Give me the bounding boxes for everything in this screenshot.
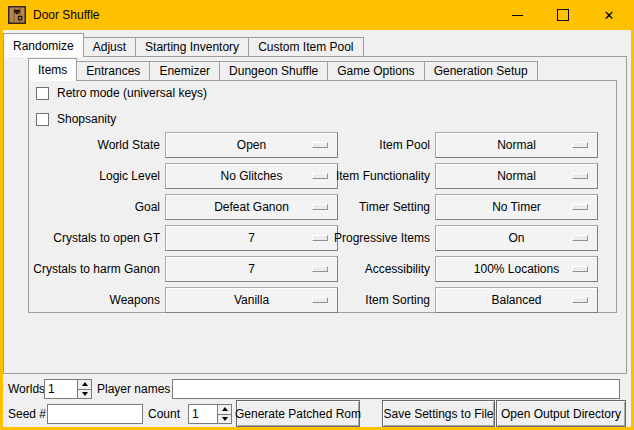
maximize-icon [557, 9, 569, 21]
menu-indicator-icon [572, 235, 588, 241]
count-spinner[interactable]: 1 [188, 404, 232, 424]
checkbox-unchecked-icon [36, 87, 49, 100]
shopsanity-checkbox[interactable]: Shopsanity [36, 112, 116, 126]
logic-level-label: Logic Level [10, 163, 160, 189]
app-icon [8, 6, 26, 24]
tab-randomize[interactable]: Randomize [3, 33, 84, 57]
menu-indicator-icon [572, 142, 588, 148]
spin-down-icon [82, 392, 88, 396]
window-controls: ✕ [494, 0, 632, 30]
tab-generation-setup[interactable]: Generation Setup [424, 61, 538, 80]
player-names-input[interactable] [172, 379, 620, 399]
menu-indicator-icon [572, 204, 588, 210]
close-icon: ✕ [604, 9, 615, 22]
open-output-directory-button[interactable]: Open Output Directory [496, 400, 626, 427]
count-value: 1 [189, 405, 217, 423]
tab-adjust[interactable]: Adjust [83, 37, 136, 56]
item-sorting-label: Item Sorting [300, 287, 430, 313]
tab-custom-item-pool[interactable]: Custom Item Pool [248, 37, 363, 56]
app-window: Door Shuffle ✕ Randomize Adjust Starting… [0, 0, 634, 430]
spin-down-button[interactable] [218, 415, 231, 424]
spin-down-icon [222, 417, 228, 421]
tab-items[interactable]: Items [28, 58, 77, 81]
player-names-label: Player names [97, 379, 170, 399]
titlebar[interactable]: Door Shuffle ✕ [0, 0, 634, 30]
menu-indicator-icon [572, 266, 588, 272]
minimize-icon [512, 15, 523, 16]
worlds-label: Worlds [8, 379, 45, 399]
progressive-items-label: Progressive Items [300, 225, 430, 251]
shopsanity-label: Shopsanity [57, 112, 116, 126]
spin-up-icon [82, 382, 88, 386]
tab-enemizer[interactable]: Enemizer [149, 61, 220, 80]
minimize-button[interactable] [494, 0, 540, 30]
timer-setting-label: Timer Setting [300, 194, 430, 220]
checkbox-unchecked-icon [36, 113, 49, 126]
retro-mode-label: Retro mode (universal keys) [57, 86, 207, 100]
spin-down-button[interactable] [78, 390, 91, 399]
save-settings-button[interactable]: Save Settings to File [382, 400, 495, 427]
window-title: Door Shuffle [33, 8, 100, 22]
spin-up-button[interactable] [218, 405, 231, 415]
spinner-arrows [77, 380, 91, 398]
count-label: Count [148, 404, 180, 424]
item-functionality-dropdown[interactable]: Normal [435, 163, 598, 189]
spin-up-button[interactable] [78, 380, 91, 390]
sub-tab-bar: Items Entrances Enemizer Dungeon Shuffle… [28, 58, 538, 80]
accessibility-dropdown[interactable]: 100% Locations [435, 256, 598, 282]
tab-entrances[interactable]: Entrances [76, 61, 150, 80]
generate-patched-rom-button[interactable]: Generate Patched Rom [236, 400, 360, 427]
close-button[interactable]: ✕ [586, 0, 632, 30]
crystals-ganon-label: Crystals to harm Ganon [10, 256, 160, 282]
seed-input[interactable] [47, 404, 143, 424]
worlds-value: 1 [45, 380, 77, 398]
item-pool-dropdown[interactable]: Normal [435, 132, 598, 158]
retro-mode-checkbox[interactable]: Retro mode (universal keys) [36, 86, 207, 100]
tab-dungeon-shuffle[interactable]: Dungeon Shuffle [219, 61, 328, 80]
weapons-label: Weapons [10, 287, 160, 313]
timer-setting-dropdown[interactable]: No Timer [435, 194, 598, 220]
accessibility-label: Accessibility [300, 256, 430, 282]
tab-starting-inventory[interactable]: Starting Inventory [135, 37, 249, 56]
menu-indicator-icon [572, 297, 588, 303]
goal-label: Goal [10, 194, 160, 220]
progressive-items-dropdown[interactable]: On [435, 225, 598, 251]
main-tab-bar: Randomize Adjust Starting Inventory Cust… [3, 33, 364, 56]
crystals-gt-label: Crystals to open GT [10, 225, 160, 251]
seed-label: Seed # [8, 404, 46, 424]
worlds-spinner[interactable]: 1 [44, 379, 92, 399]
spin-up-icon [222, 407, 228, 411]
item-pool-label: Item Pool [300, 132, 430, 158]
item-functionality-label: Item Functionality [300, 163, 430, 189]
spinner-arrows [217, 405, 231, 423]
world-state-label: World State [10, 132, 160, 158]
menu-indicator-icon [572, 173, 588, 179]
maximize-button[interactable] [540, 0, 586, 30]
tab-game-options[interactable]: Game Options [327, 61, 424, 80]
item-sorting-dropdown[interactable]: Balanced [435, 287, 598, 313]
